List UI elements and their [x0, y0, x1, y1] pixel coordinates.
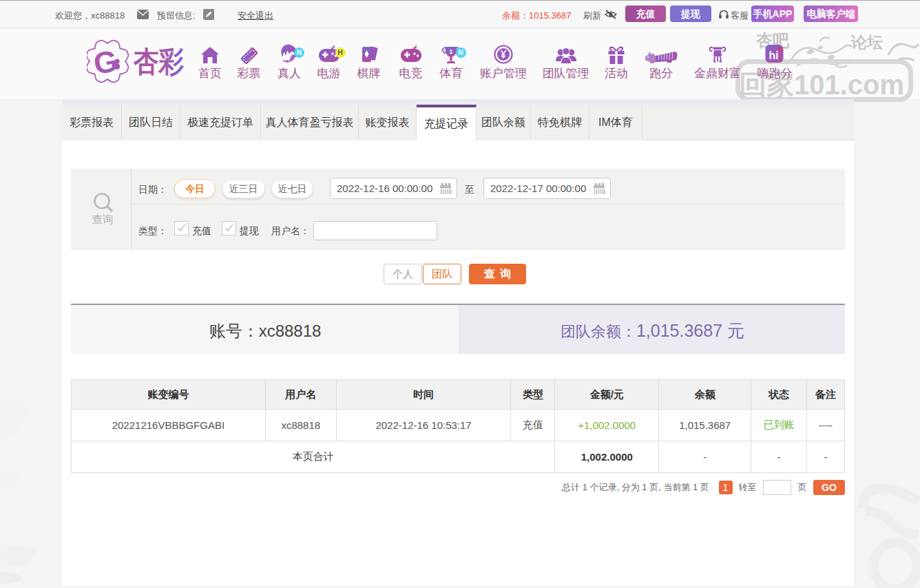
svg-text:杏彩: 杏彩: [134, 45, 184, 78]
svg-text:1: 1: [449, 48, 452, 55]
svg-text:hi: hi: [769, 50, 778, 61]
